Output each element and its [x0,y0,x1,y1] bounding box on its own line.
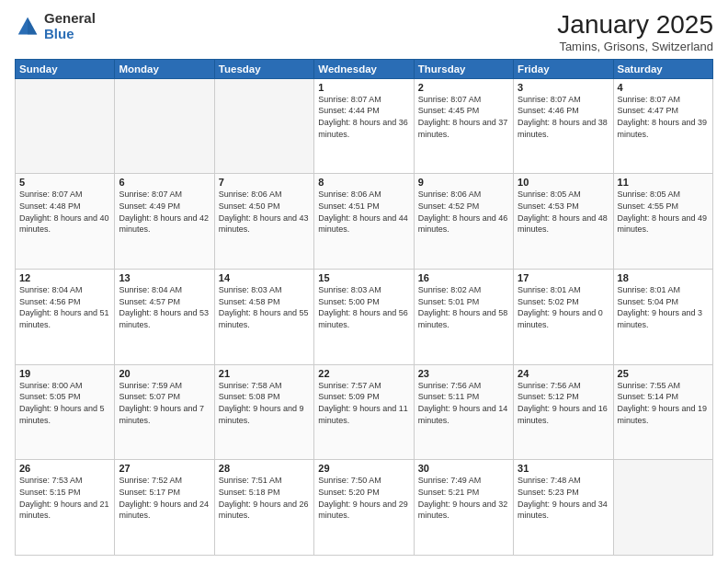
calendar-cell: 9Sunrise: 8:06 AM Sunset: 4:52 PM Daylig… [414,174,513,270]
day-info: Sunrise: 7:48 AM Sunset: 5:23 PM Dayligh… [518,475,609,521]
logo-general-text: General [44,11,96,27]
calendar-cell: 7Sunrise: 8:06 AM Sunset: 4:50 PM Daylig… [214,174,313,270]
day-number: 12 [19,272,110,283]
day-number: 25 [618,368,709,379]
day-info: Sunrise: 7:51 AM Sunset: 5:18 PM Dayligh… [219,475,310,521]
logo-text: General Blue [44,11,96,41]
day-number: 4 [618,82,709,93]
day-info: Sunrise: 7:57 AM Sunset: 5:09 PM Dayligh… [318,380,409,426]
day-info: Sunrise: 8:04 AM Sunset: 4:56 PM Dayligh… [19,284,110,330]
title-block: January 2025 Tamins, Grisons, Switzerlan… [557,11,713,53]
day-number: 7 [219,177,310,188]
calendar-cell: 18Sunrise: 8:01 AM Sunset: 5:04 PM Dayli… [613,270,712,365]
calendar-title: January 2025 [557,11,713,40]
day-number: 3 [518,82,609,93]
day-number: 24 [518,368,609,379]
calendar-cell: 20Sunrise: 7:59 AM Sunset: 5:07 PM Dayli… [115,364,214,460]
day-number: 9 [418,177,509,188]
calendar-week-row: 1Sunrise: 8:07 AM Sunset: 4:44 PM Daylig… [16,78,713,174]
day-number: 27 [119,463,210,474]
calendar-cell [16,78,115,174]
day-info: Sunrise: 8:07 AM Sunset: 4:49 PM Dayligh… [119,189,210,235]
weekday-header: Monday [115,59,214,78]
day-info: Sunrise: 8:05 AM Sunset: 4:55 PM Dayligh… [618,189,709,235]
day-info: Sunrise: 7:59 AM Sunset: 5:07 PM Dayligh… [119,380,210,426]
header: General Blue January 2025 Tamins, Grison… [15,11,713,53]
calendar-cell: 10Sunrise: 8:05 AM Sunset: 4:53 PM Dayli… [514,174,613,270]
calendar-cell: 31Sunrise: 7:48 AM Sunset: 5:23 PM Dayli… [514,460,613,556]
svg-marker-1 [28,17,37,34]
day-number: 31 [518,463,609,474]
day-number: 29 [318,463,409,474]
weekday-header-row: SundayMondayTuesdayWednesdayThursdayFrid… [16,59,713,78]
day-number: 11 [618,177,709,188]
day-number: 15 [318,272,409,283]
day-info: Sunrise: 8:00 AM Sunset: 5:05 PM Dayligh… [19,380,110,426]
day-number: 20 [119,368,210,379]
day-info: Sunrise: 8:05 AM Sunset: 4:53 PM Dayligh… [518,189,609,235]
day-number: 30 [418,463,509,474]
calendar-cell: 3Sunrise: 8:07 AM Sunset: 4:46 PM Daylig… [514,78,613,174]
day-info: Sunrise: 7:53 AM Sunset: 5:15 PM Dayligh… [19,475,110,521]
calendar-cell: 21Sunrise: 7:58 AM Sunset: 5:08 PM Dayli… [214,364,313,460]
calendar-cell: 12Sunrise: 8:04 AM Sunset: 4:56 PM Dayli… [16,270,115,365]
day-number: 14 [219,272,310,283]
calendar-cell: 22Sunrise: 7:57 AM Sunset: 5:09 PM Dayli… [314,364,414,460]
weekday-header: Tuesday [214,59,313,78]
logo-icon [15,14,40,40]
calendar-cell: 4Sunrise: 8:07 AM Sunset: 4:47 PM Daylig… [613,78,712,174]
day-number: 17 [518,272,609,283]
calendar-cell: 23Sunrise: 7:56 AM Sunset: 5:11 PM Dayli… [414,364,513,460]
day-number: 8 [318,177,409,188]
day-number: 16 [418,272,509,283]
day-number: 5 [19,177,110,188]
day-info: Sunrise: 8:02 AM Sunset: 5:01 PM Dayligh… [418,284,509,330]
day-number: 10 [518,177,609,188]
calendar-cell: 19Sunrise: 8:00 AM Sunset: 5:05 PM Dayli… [16,364,115,460]
day-number: 23 [418,368,509,379]
weekday-header: Thursday [414,59,513,78]
calendar-cell: 13Sunrise: 8:04 AM Sunset: 4:57 PM Dayli… [115,270,214,365]
weekday-header: Sunday [16,59,115,78]
day-info: Sunrise: 7:56 AM Sunset: 5:12 PM Dayligh… [518,380,609,426]
calendar-table: SundayMondayTuesdayWednesdayThursdayFrid… [15,59,713,556]
calendar-cell: 30Sunrise: 7:49 AM Sunset: 5:21 PM Dayli… [414,460,513,556]
page: General Blue January 2025 Tamins, Grison… [0,0,728,563]
calendar-cell: 11Sunrise: 8:05 AM Sunset: 4:55 PM Dayli… [613,174,712,270]
calendar-week-row: 19Sunrise: 8:00 AM Sunset: 5:05 PM Dayli… [16,364,713,460]
calendar-cell: 14Sunrise: 8:03 AM Sunset: 4:58 PM Dayli… [214,270,313,365]
calendar-week-row: 26Sunrise: 7:53 AM Sunset: 5:15 PM Dayli… [16,460,713,556]
day-info: Sunrise: 7:55 AM Sunset: 5:14 PM Dayligh… [618,380,709,426]
calendar-cell: 5Sunrise: 8:07 AM Sunset: 4:48 PM Daylig… [16,174,115,270]
weekday-header: Friday [514,59,613,78]
day-number: 13 [119,272,210,283]
day-info: Sunrise: 8:07 AM Sunset: 4:46 PM Dayligh… [518,94,609,140]
day-info: Sunrise: 8:04 AM Sunset: 4:57 PM Dayligh… [119,284,210,330]
day-info: Sunrise: 7:56 AM Sunset: 5:11 PM Dayligh… [418,380,509,426]
day-number: 28 [219,463,310,474]
calendar-cell: 8Sunrise: 8:06 AM Sunset: 4:51 PM Daylig… [314,174,414,270]
day-info: Sunrise: 7:58 AM Sunset: 5:08 PM Dayligh… [219,380,310,426]
day-info: Sunrise: 8:01 AM Sunset: 5:02 PM Dayligh… [518,284,609,330]
day-info: Sunrise: 8:07 AM Sunset: 4:47 PM Dayligh… [618,94,709,140]
day-info: Sunrise: 8:07 AM Sunset: 4:44 PM Dayligh… [318,94,409,140]
day-info: Sunrise: 8:03 AM Sunset: 5:00 PM Dayligh… [318,284,409,330]
day-number: 2 [418,82,509,93]
day-number: 21 [219,368,310,379]
calendar-cell: 24Sunrise: 7:56 AM Sunset: 5:12 PM Dayli… [514,364,613,460]
logo-blue-text: Blue [44,27,96,42]
day-number: 6 [119,177,210,188]
calendar-subtitle: Tamins, Grisons, Switzerland [557,40,713,53]
calendar-cell: 26Sunrise: 7:53 AM Sunset: 5:15 PM Dayli… [16,460,115,556]
calendar-cell: 25Sunrise: 7:55 AM Sunset: 5:14 PM Dayli… [613,364,712,460]
day-number: 18 [618,272,709,283]
day-info: Sunrise: 8:07 AM Sunset: 4:48 PM Dayligh… [19,189,110,235]
day-info: Sunrise: 8:01 AM Sunset: 5:04 PM Dayligh… [618,284,709,330]
day-info: Sunrise: 8:06 AM Sunset: 4:51 PM Dayligh… [318,189,409,235]
day-info: Sunrise: 8:06 AM Sunset: 4:50 PM Dayligh… [219,189,310,235]
weekday-header: Saturday [613,59,712,78]
calendar-cell: 2Sunrise: 8:07 AM Sunset: 4:45 PM Daylig… [414,78,513,174]
calendar-cell: 17Sunrise: 8:01 AM Sunset: 5:02 PM Dayli… [514,270,613,365]
weekday-header: Wednesday [314,59,414,78]
day-info: Sunrise: 7:52 AM Sunset: 5:17 PM Dayligh… [119,475,210,521]
